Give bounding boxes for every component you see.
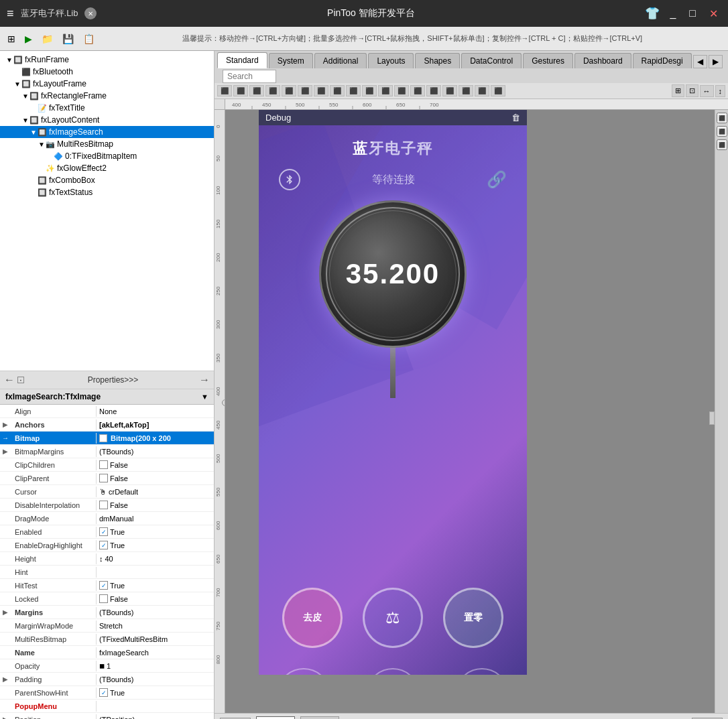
- right-resize-handle[interactable]: [709, 411, 715, 425]
- maximize-btn[interactable]: □: [686, 6, 699, 21]
- canvas-tool-12[interactable]: ⬛: [394, 85, 409, 96]
- canvas-tool-1[interactable]: ⬛: [217, 85, 232, 96]
- tree-expand-fxLayoutContent[interactable]: ▼: [21, 117, 29, 124]
- canvas-tool-9[interactable]: ⬛: [346, 85, 361, 96]
- tab-gestures[interactable]: Gestures: [523, 53, 573, 68]
- prop-row-enabled[interactable]: Enabled ✓ True: [0, 525, 214, 539]
- prop-row-bitmap[interactable]: → Bitmap Bitmap(200 x 200: [0, 432, 214, 445]
- right-icon-2[interactable]: ⊡: [686, 84, 699, 97]
- canvas-tool-5[interactable]: ⬛: [282, 85, 296, 96]
- tree-item-fxComboBox[interactable]: 🔲 fxComboBox: [0, 174, 214, 186]
- prop-row-position[interactable]: ▶ Position (TPosition): [0, 713, 214, 719]
- script-btn[interactable]: 脚本: [300, 716, 339, 719]
- prop-row-multuresbitmap[interactable]: MultiResBitmap (TFixedMultiResBitm: [0, 633, 214, 646]
- canvas-tool-13[interactable]: ⬛: [410, 85, 425, 96]
- tree-expand-fxLayoutFrame[interactable]: ▼: [13, 80, 21, 88]
- canvas-tool-11[interactable]: ⬛: [378, 85, 393, 96]
- toolbar-btn-1[interactable]: ⊞: [4, 31, 19, 46]
- prop-row-padding[interactable]: ▶ Padding (TBounds): [0, 673, 214, 686]
- prop-row-marginwrapmode[interactable]: MarginWrapMode Stretch: [0, 619, 214, 633]
- tab-datacontrol[interactable]: DataControl: [461, 53, 522, 68]
- right-tool-2[interactable]: ⬛: [717, 126, 727, 137]
- checkbox-hittest[interactable]: ✓: [99, 581, 108, 590]
- close-btn[interactable]: ✕: [84, 7, 97, 19]
- right-icon-4[interactable]: ↕: [715, 85, 726, 97]
- prop-row-popupmenu[interactable]: PopupMenu: [0, 700, 214, 713]
- canvas-tool-3[interactable]: ⬛: [249, 85, 264, 96]
- canvas-tool-16[interactable]: ⬛: [459, 85, 473, 96]
- prop-row-enabledraghighlight[interactable]: EnableDragHighlight ✓ True: [0, 539, 214, 552]
- tree-item-fxBluetooth[interactable]: ⬛ fxBluetooth: [0, 66, 214, 78]
- tree-item-TFixedBitmapItem[interactable]: 🔷 0:TFixedBitmapItem: [0, 150, 214, 162]
- canvas-tool-8[interactable]: ⬛: [330, 85, 345, 96]
- checkbox-enabledraghighlight[interactable]: ✓: [99, 541, 108, 549]
- checkbox-enabled[interactable]: ✓: [99, 527, 108, 536]
- checkbox-locked[interactable]: [99, 594, 108, 603]
- tree-item-MultiResBitmap[interactable]: ▼ 📷 MultiResBitmap: [0, 138, 214, 150]
- right-tool-1[interactable]: ⬛: [717, 113, 727, 123]
- tree-item-fxRectangleFrame[interactable]: ▼ 🔲 fxRectangleFrame: [0, 90, 214, 102]
- nav-left-arrow[interactable]: ←: [4, 374, 15, 386]
- nav-right-arrow[interactable]: →: [199, 374, 210, 386]
- toolbar-btn-3[interactable]: 📁: [38, 31, 56, 46]
- tree-expand-fxRunFrame[interactable]: ▼: [5, 56, 13, 64]
- tab-next-btn[interactable]: ▶: [709, 55, 723, 68]
- prop-row-locked[interactable]: Locked False: [0, 592, 214, 606]
- tree-item-fxRunFrame[interactable]: ▼ 🔲 fxRunFrame: [0, 54, 214, 66]
- prop-row-margins[interactable]: ▶ Margins (TBounds): [0, 606, 214, 619]
- tree-item-fxTextStatus[interactable]: 🔲 fxTextStatus: [0, 186, 214, 198]
- checkbox-disableinterp[interactable]: [99, 501, 108, 509]
- design-btn[interactable]: 设计: [256, 716, 295, 719]
- canvas-tool-2[interactable]: ⬛: [233, 85, 248, 96]
- right-icon-1[interactable]: ⊞: [672, 84, 684, 97]
- right-icon-3[interactable]: ↔: [700, 85, 714, 97]
- checkbox-clipchildren[interactable]: [99, 460, 108, 469]
- toolbar-btn-4[interactable]: 💾: [59, 31, 77, 46]
- search-input[interactable]: [223, 70, 276, 83]
- tree-item-fxImageSearch[interactable]: ▼ 🔲 fxImageSearch: [0, 126, 214, 138]
- tree-expand-fxImageSearch[interactable]: ▼: [29, 129, 38, 136]
- prop-row-anchors[interactable]: ▶ Anchors [akLeft,akTop]: [0, 418, 214, 432]
- tab-rapiddesgi[interactable]: RapidDesgi: [633, 53, 692, 68]
- prop-row-bitmapmargins[interactable]: ▶ BitmapMargins (TBounds): [0, 445, 214, 458]
- toolbar-btn-5[interactable]: 📋: [80, 31, 98, 46]
- checkbox-parentshowhint[interactable]: ✓: [99, 688, 108, 697]
- exit-btn[interactable]: ✕: [706, 6, 721, 21]
- prop-row-hittest[interactable]: HitTest ✓ True: [0, 579, 214, 592]
- prop-row-clipparent[interactable]: ClipParent False: [0, 472, 214, 485]
- prop-row-height[interactable]: Height ↕ 40: [0, 552, 214, 566]
- canvas-tool-15[interactable]: ⬛: [442, 85, 457, 96]
- canvas-tool-6[interactable]: ⬛: [298, 85, 312, 96]
- prop-row-cursor[interactable]: Cursor 🖱 crDefault: [0, 485, 214, 499]
- tree-item-fxLayoutFrame[interactable]: ▼ 🔲 fxLayoutFrame: [0, 78, 214, 90]
- prop-row-name[interactable]: Name fxImageSearch: [0, 646, 214, 659]
- nav-center-btn[interactable]: ·: [17, 377, 24, 383]
- tab-prev-btn[interactable]: ◀: [693, 55, 707, 68]
- canvas-tool-7[interactable]: ⬛: [314, 85, 328, 96]
- tab-standard[interactable]: Standard: [217, 52, 267, 68]
- tree-item-fxTextTitle[interactable]: 📝 fxTextTitle: [0, 102, 214, 114]
- prop-row-hint[interactable]: Hint: [0, 566, 214, 579]
- tree-item-fxLayoutContent[interactable]: ▼ 🔲 fxLayoutContent: [0, 114, 214, 126]
- right-tool-3[interactable]: ⬛: [717, 139, 727, 150]
- canvas-tool-4[interactable]: ⬛: [265, 85, 280, 96]
- tab-additional[interactable]: Additional: [314, 53, 367, 68]
- canvas-container[interactable]: Debug 🗑 蓝牙电子秤: [225, 110, 715, 713]
- prop-row-clipchildren[interactable]: ClipChildren False: [0, 458, 214, 472]
- prop-row-align[interactable]: Align None: [0, 405, 214, 418]
- tab-layouts[interactable]: Layouts: [368, 53, 414, 68]
- tree-item-fxGlowEffect2[interactable]: ✨ fxGlowEffect2: [0, 162, 214, 174]
- tab-system[interactable]: System: [269, 53, 313, 68]
- tree-expand-fxRectangleFrame[interactable]: ▼: [21, 92, 29, 100]
- prop-row-parentshowhint[interactable]: ParentShowHint ✓ True: [0, 686, 214, 700]
- trash-icon[interactable]: 🗑: [511, 113, 520, 123]
- prop-row-dragmode[interactable]: DragMode dmManual: [0, 512, 214, 525]
- canvas-tool-17[interactable]: ⬛: [475, 85, 489, 96]
- prop-row-disableinterpolation[interactable]: DisableInterpolation False: [0, 499, 214, 512]
- props-dropdown-icon[interactable]: ▼: [201, 393, 208, 401]
- canvas-tool-14[interactable]: ⬛: [426, 85, 441, 96]
- minimize-btn[interactable]: _: [666, 6, 679, 21]
- tab-dashboard[interactable]: Dashboard: [574, 53, 631, 68]
- checkbox-clipparent[interactable]: [99, 474, 108, 482]
- tree-expand-MultiResBitmap[interactable]: ▼: [38, 141, 46, 148]
